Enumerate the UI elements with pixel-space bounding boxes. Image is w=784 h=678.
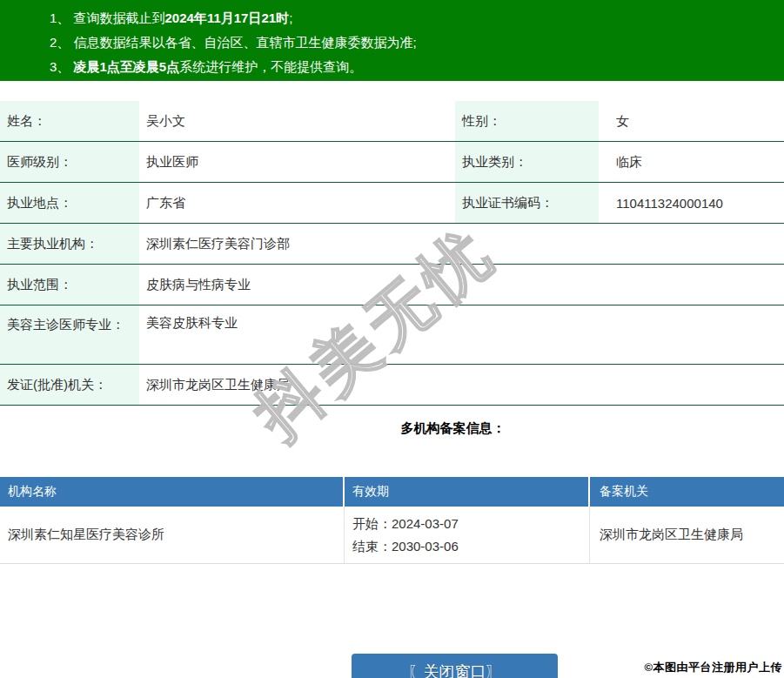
practice-category-value: 临床 <box>599 142 784 182</box>
notice-line-3: 3、 凌晨1点至凌晨5点系统进行维护，不能提供查询。 <box>50 55 775 79</box>
filing-table: 机构名称 有效期 备案机关 深圳素仁知星医疗美容诊所 开始：2024-03-07… <box>0 477 784 564</box>
filing-authority-cell: 深圳市龙岗区卫生健康局 <box>590 507 784 563</box>
practice-scope-label: 执业范围： <box>0 265 139 305</box>
issuing-authority-value: 深圳市龙岗区卫生健康局 <box>139 365 784 405</box>
start-date: 2024-03-07 <box>392 516 459 531</box>
start-label: 开始： <box>352 516 392 531</box>
main-institution-value: 深圳素仁医疗美容门诊部 <box>139 224 784 264</box>
notice-number: 1、 <box>50 10 74 25</box>
practice-location-value: 广东省 <box>139 183 455 223</box>
end-label: 结束： <box>352 539 392 554</box>
info-row-practice-scope: 执业范围： 皮肤病与性病专业 <box>0 265 784 305</box>
info-row-main-institution: 主要执业机构： 深圳素仁医疗美容门诊部 <box>0 224 784 265</box>
end-date: 2030-03-06 <box>392 539 459 554</box>
notice-number: 2、 <box>50 35 74 50</box>
notice-text: ; <box>289 10 292 25</box>
notice-bold-text: 2024年11月17日21时 <box>165 10 290 25</box>
doctor-level-value: 执业医师 <box>139 142 455 182</box>
license-query-page: 1、 查询数据截止到2024年11月17日21时; 2、 信息数据结果以各省、自… <box>0 0 784 678</box>
gender-value: 女 <box>599 101 784 141</box>
info-row-chief-specialty: 美容主诊医师专业： 美容皮肤科专业 <box>0 305 784 365</box>
notice-bold-text: 凌晨1点至凌晨5点 <box>74 59 180 74</box>
practice-scope-value: 皮肤病与性病专业 <box>139 265 784 305</box>
notice-number: 3、 <box>50 59 74 74</box>
notice-banner: 1、 查询数据截止到2024年11月17日21时; 2、 信息数据结果以各省、自… <box>0 0 784 81</box>
main-institution-label: 主要执业机构： <box>0 224 139 264</box>
info-row-location-certno: 执业地点： 广东省 执业证书编码： 110411324000140 <box>0 183 784 224</box>
filing-table-header: 机构名称 有效期 备案机关 <box>0 477 784 507</box>
chief-specialty-value: 美容皮肤科专业 <box>139 305 784 364</box>
org-name-column-header: 机构名称 <box>0 477 345 507</box>
close-window-button[interactable]: 〖关闭窗口〗 <box>352 654 558 678</box>
practitioner-info-table: 姓名： 吴小文 性别： 女 医师级别： 执业医师 执业类别： 临床 执业地点： … <box>0 101 784 406</box>
practice-category-label: 执业类别： <box>455 142 599 182</box>
name-label: 姓名： <box>0 101 139 141</box>
chief-specialty-label: 美容主诊医师专业： <box>0 305 139 364</box>
validity-column-header: 有效期 <box>345 477 590 507</box>
filing-authority-column-header: 备案机关 <box>590 477 784 507</box>
practice-location-label: 执业地点： <box>0 183 139 223</box>
footer-credit: ©本图由平台注册用户上传 <box>644 660 782 675</box>
issuing-authority-label: 发证(批准)机关： <box>0 365 139 405</box>
name-value: 吴小文 <box>139 101 455 141</box>
filing-table-row: 深圳素仁知星医疗美容诊所 开始：2024-03-07 结束：2030-03-06… <box>0 507 784 564</box>
info-row-name-gender: 姓名： 吴小文 性别： 女 <box>0 101 784 142</box>
validity-cell: 开始：2024-03-07 结束：2030-03-06 <box>345 507 590 563</box>
notice-text: 系统进行维护，不能提供查询。 <box>179 59 362 74</box>
gender-label: 性别： <box>455 101 599 141</box>
certificate-no-value: 110411324000140 <box>599 183 784 223</box>
info-row-level-category: 医师级别： 执业医师 执业类别： 临床 <box>0 142 784 183</box>
notice-text: 查询数据截止到 <box>74 10 165 25</box>
notice-text: 信息数据结果以各省、自治区、直辖市卫生健康委数据为准; <box>74 35 417 50</box>
certificate-no-label: 执业证书编码： <box>455 183 599 223</box>
validity-start-line: 开始：2024-03-07 <box>352 513 459 535</box>
chief-specialty-label-text: 美容主诊医师专业： <box>7 315 124 334</box>
org-name-cell: 深圳素仁知星医疗美容诊所 <box>0 507 345 563</box>
multi-org-section-title: 多机构备案信息： <box>0 406 784 451</box>
doctor-level-label: 医师级别： <box>0 142 139 182</box>
notice-line-1: 1、 查询数据截止到2024年11月17日21时; <box>50 6 775 30</box>
validity-end-line: 结束：2030-03-06 <box>352 535 459 558</box>
notice-line-2: 2、 信息数据结果以各省、自治区、直辖市卫生健康委数据为准; <box>50 30 775 55</box>
info-row-issuing-authority: 发证(批准)机关： 深圳市龙岗区卫生健康局 <box>0 365 784 406</box>
